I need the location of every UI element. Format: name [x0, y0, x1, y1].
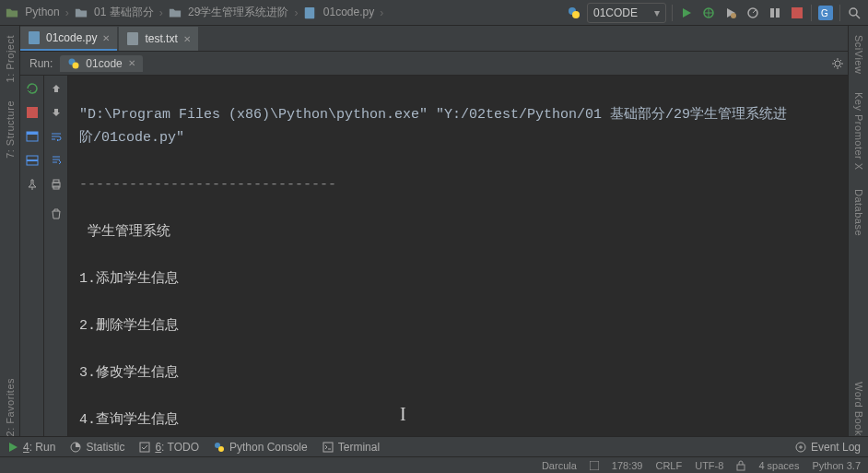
readonly-toggle-icon[interactable] — [590, 461, 599, 470]
gear-icon — [831, 57, 844, 70]
python-icon — [567, 6, 581, 20]
run-tool-tab[interactable]: 4: Run — [7, 441, 55, 454]
editor-tab-label: test.txt — [145, 32, 177, 45]
search-button[interactable] — [846, 5, 862, 21]
close-icon[interactable]: ✕ — [183, 34, 191, 44]
status-caret-position[interactable]: 178:39 — [612, 460, 643, 471]
separator — [839, 5, 840, 21]
status-theme[interactable]: Darcula — [542, 460, 577, 471]
status-encoding[interactable]: UTF-8 — [695, 460, 723, 471]
status-indent[interactable]: 4 spaces — [758, 460, 799, 471]
scroll-to-end-button[interactable] — [49, 153, 64, 168]
editor-tabs: 01code.py ✕ test.txt ✕ — [0, 26, 868, 52]
breadcrumb-item[interactable]: 01 基础部分 — [75, 5, 154, 20]
terminal-tool-tab[interactable]: Terminal — [323, 441, 380, 454]
editor-tab-testtxt[interactable]: test.txt ✕ — [119, 27, 197, 51]
navigation-bar: Python › 01 基础部分 › 29学生管理系统进阶 › 01code.p… — [0, 0, 868, 26]
favorites-tool-window[interactable]: 2: Favorites — [5, 369, 16, 445]
stop-button[interactable] — [789, 5, 805, 21]
down-button[interactable] — [49, 105, 64, 120]
trash-icon — [50, 207, 63, 220]
console-separator: ------------------------------- — [79, 173, 837, 197]
status-line-separator[interactable]: CRLF — [655, 460, 682, 471]
terminal-icon — [323, 442, 334, 453]
chevron-right-icon: › — [65, 6, 69, 19]
statistic-icon — [70, 442, 81, 453]
up-button[interactable] — [49, 81, 64, 96]
run-settings-button[interactable] — [831, 57, 844, 70]
run-with-coverage-button[interactable] — [25, 153, 40, 168]
play-icon — [7, 442, 18, 453]
python-file-icon — [28, 31, 41, 44]
rerun-icon — [26, 82, 39, 95]
close-icon[interactable]: ✕ — [102, 33, 110, 43]
coverage-button[interactable] — [722, 5, 739, 21]
run-button[interactable] — [678, 5, 695, 21]
svg-point-11 — [850, 8, 857, 16]
profile-button[interactable] — [745, 5, 761, 21]
concurrency-icon — [768, 6, 781, 19]
editor-tab-01code[interactable]: 01code.py ✕ — [20, 27, 117, 51]
run-coverage-icon — [724, 6, 737, 19]
structure-tool-window[interactable]: 7: Structure — [5, 91, 16, 168]
pin-tab-button[interactable] — [25, 177, 40, 192]
todo-tool-tab[interactable]: 6: TODO — [139, 441, 199, 454]
run-tool-window-header: Run: 01code ✕ — — [0, 52, 868, 76]
console-command-line: "D:\Program Files (x86)\Python\python.ex… — [79, 103, 837, 150]
svg-rect-17 — [27, 107, 38, 118]
svg-rect-31 — [590, 461, 599, 470]
svg-rect-13 — [127, 32, 138, 45]
python-console-tool-tab[interactable]: Python Console — [214, 441, 308, 454]
project-tool-window[interactable]: 1: Project — [5, 26, 16, 91]
breadcrumb-item[interactable]: 29学生管理系统进阶 — [169, 5, 289, 20]
clear-all-button[interactable] — [49, 207, 64, 221]
run-tab-label: 01code — [86, 57, 122, 70]
close-icon[interactable]: ✕ — [128, 58, 135, 68]
svg-point-15 — [73, 62, 79, 68]
folder-icon — [169, 6, 182, 19]
concurrency-button[interactable] — [767, 5, 783, 21]
breadcrumb-root[interactable]: Python — [6, 6, 60, 19]
stop-process-button[interactable] — [25, 105, 40, 120]
todo-icon — [139, 442, 150, 453]
bug-icon — [702, 6, 715, 19]
folder-icon — [75, 6, 88, 19]
statistic-tool-tab[interactable]: Statistic — [70, 441, 124, 454]
readonly-status[interactable] — [736, 460, 745, 471]
wordbook-tool-window[interactable]: Word Book — [853, 372, 864, 445]
translate-button[interactable]: G — [817, 5, 834, 21]
run-title: Run: — [29, 57, 53, 70]
sciview-tool-window[interactable]: SciView — [853, 26, 864, 83]
attach-debugger-button[interactable] — [25, 129, 40, 144]
console-menu-title: 学生管理系统 — [79, 220, 837, 244]
chevron-right-icon: › — [294, 6, 298, 19]
svg-rect-7 — [776, 8, 780, 18]
database-tool-window[interactable]: Database — [853, 180, 864, 245]
status-python[interactable]: Python 3.7 — [812, 460, 861, 471]
stop-icon — [792, 7, 803, 18]
search-icon — [848, 6, 861, 19]
event-log-icon — [795, 442, 806, 453]
event-log-tool-tab[interactable]: Event Log — [795, 441, 861, 454]
scroll-end-icon — [50, 154, 63, 167]
profile-icon — [746, 6, 759, 19]
layout-icon — [26, 130, 39, 143]
print-button[interactable] — [49, 177, 64, 192]
debug-button[interactable] — [700, 5, 717, 21]
svg-rect-0 — [305, 7, 315, 18]
breadcrumb: Python › 01 基础部分 › 29学生管理系统进阶 › 01code.p… — [6, 5, 567, 20]
layout-alt-icon — [26, 154, 39, 167]
stop-icon — [27, 107, 38, 118]
svg-rect-29 — [323, 443, 333, 452]
breadcrumb-file[interactable]: 01code.py — [303, 6, 374, 19]
svg-point-16 — [835, 61, 840, 66]
python-file-icon — [303, 6, 316, 19]
rerun-button[interactable] — [25, 81, 40, 96]
run-config-selector[interactable]: 01CODE ▾ — [587, 3, 666, 23]
console-output[interactable]: "D:\Program Files (x86)\Python\python.ex… — [68, 76, 848, 445]
run-tab-01code[interactable]: 01code ✕ — [60, 55, 142, 72]
arrow-up-icon — [51, 83, 62, 94]
keypromoter-tool-window[interactable]: Key Promoter X — [853, 83, 864, 180]
left-tool-rail: 1: Project 7: Structure 2: Favorites — [0, 26, 20, 445]
soft-wrap-button[interactable] — [49, 129, 64, 144]
